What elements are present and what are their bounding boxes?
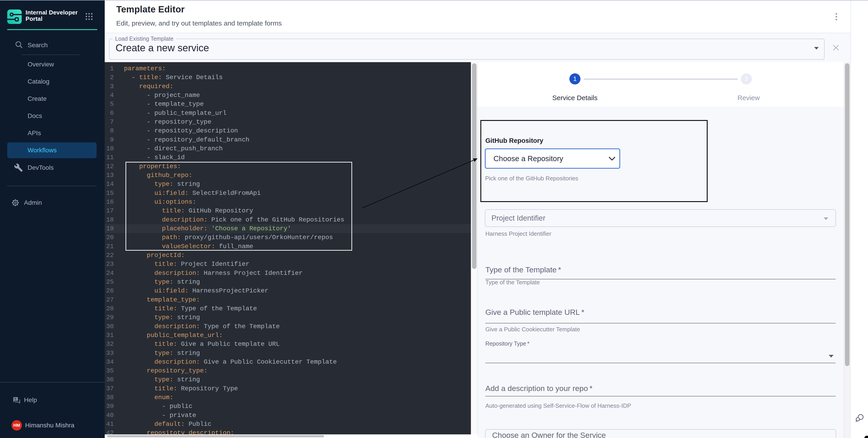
svg-text:?: ? <box>14 397 16 401</box>
